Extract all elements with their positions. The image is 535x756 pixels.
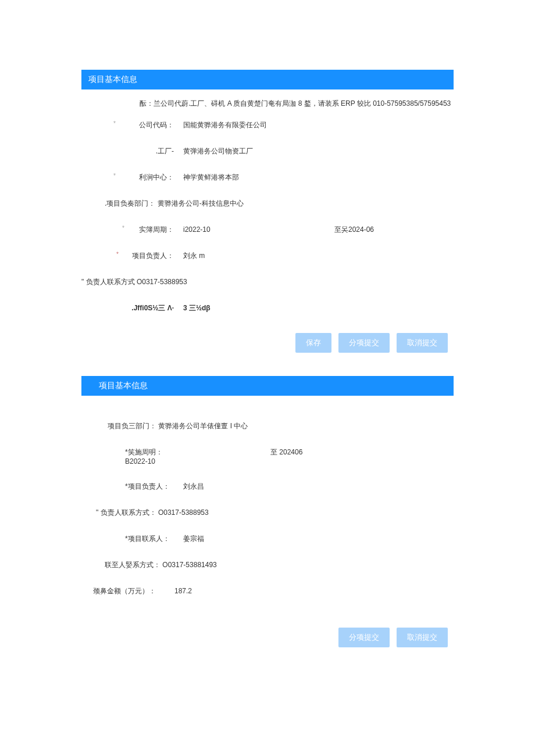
section-1-header: 项目基本信息 [81,70,454,89]
section-2-body: 项目负三部门： 黄骅港务公司羊俵僮亶 I 中心 *笑施周明： B2022-10 … [0,396,535,622]
value-company-code: 国能黄骅港务有限委任公司 [177,120,267,130]
label-profit-center: * 利涧中心： [81,173,177,182]
row-contact-2: *项目联系人： 姜宗福 [81,526,454,552]
value-period-start: i2022-10 [177,225,265,234]
cancel-button[interactable]: 取消提交 [397,333,448,353]
row-profit-center: * 利涧中心： 神学黄鲜港将本部 [81,164,454,191]
section-1-body: 酝：兰公司代蔚.工厂、碍机 A 质自黄楚门奄有局泇 8 鍪，请装系 ERP 较比… [0,89,535,327]
label-leader-contact-2: " 负责人联系方式： O0317-5388953 [81,508,212,518]
label-text: .工厂- [156,147,174,155]
label-dept: .项目负奏部门： 黄骅港务公司-科技信息中心 [81,199,247,209]
section-2: 项目基本信息 项目负三部门： 黄骅港务公司羊俵僮亶 I 中心 *笑施周明： B2… [0,376,535,653]
row-factory: .工厂- 黄弹港务公司物资工厂 [81,138,454,164]
label-contact-phone-2: 联至人婜系方式： O0317-53881493 [81,560,220,570]
row-period-2: *笑施周明： B2022-10 至 202406 [81,439,454,474]
value-amount: 187.2 [169,587,192,595]
label-dept-2: 项目负三部门： 黄骅港务公司羊俵僮亶 I 中心 [81,421,251,431]
submit-button-2[interactable]: 分项提交 [338,628,390,647]
label-text: 利涧中心： [139,173,174,181]
value-profit-center: 神学黄鲜港将本部 [177,173,239,182]
asterisk-icon: * [116,251,119,257]
row-amount: 颈鼻金额（万元）： 187.2 [81,578,454,604]
label-text: " 负责人联系方式： [96,508,156,517]
section-2-header: 项目基本信息 [81,376,454,396]
label-text: 联至人婜系方式： [105,561,160,569]
label-company-code: * 公司代码： [81,120,177,130]
cancel-button-2[interactable]: 取消提交 [397,628,448,647]
value-misc: 3 三½dβ [177,303,211,313]
spacer [81,604,454,616]
label-period: * 实簿周期： [81,225,177,235]
label-text: .项目负奏部门： [105,199,155,207]
value-period-end-2: 至 202406 [177,447,302,457]
row-period: * 实簿周期： i2022-10 至㕦2024-06 [81,217,454,243]
label-amount: 颈鼻金额（万元）： [81,586,169,596]
row-leader-contact: " 负责人联系方式 O0317-5388953 [81,269,454,295]
top-note: 酝：兰公司代蔚.工厂、碍机 A 质自黄楚门奄有局泇 8 鍪，请装系 ERP 较比… [81,95,454,112]
value-leader: 刘永 m [177,251,205,261]
asterisk-icon: * [122,225,124,231]
row-dept: .项目负奏部门： 黄骅港务公司-科技信息中心 [81,191,454,217]
label-leader-contact: " 负责人联系方式 O0317-5388953 [81,277,187,287]
label-text: 项目负责人： [132,252,174,260]
label-leader: * 项目负责人： [81,251,177,261]
value-period-start-2: B2022-10 [125,457,155,465]
section-1: 项目基本信息 酝：兰公司代蔚.工厂、碍机 A 质自黄楚门奄有局泇 8 鍪，请装系… [0,70,535,359]
row-leader-2: *项目负责人： 刘永昌 [81,474,454,500]
label-misc: .Jffi0S½三 Λ· [81,303,177,313]
row-leader: * 项目负责人： 刘永 m [81,243,454,269]
row-misc: .Jffi0S½三 Λ· 3 三½dβ [81,295,454,321]
row-dept-2: 项目负三部门： 黄骅港务公司羊俵僮亶 I 中心 [81,413,454,439]
label-period-2: *笑施周明： B2022-10 [81,447,177,465]
row-contact-phone-2: 联至人婜系方式： O0317-53881493 [81,552,454,578]
value-dept: 黄骅港务公司-科技信息中心 [158,199,244,207]
row-company-code: * 公司代码： 国能黄骅港务有限委任公司 [81,112,454,138]
label-text: *笑施周明： [125,448,163,456]
save-button[interactable]: 保存 [295,333,331,353]
asterisk-icon: * [113,120,116,127]
label-text: 项目负三部门： [108,422,156,430]
value-period-end: 至㕦2024-06 [265,225,374,235]
row-leader-contact-2: " 负责人联系方式： O0317-5388953 [81,500,454,526]
spacer [81,402,454,413]
value-contact-2: 姜宗福 [177,534,204,544]
button-row-2: 分项提交 取消提交 [0,622,535,653]
label-text: 公司代码： [139,121,174,129]
label-factory: .工厂- [81,146,177,156]
value-contact-phone-2: O0317-53881493 [162,561,216,569]
label-contact-2: *项目联系人： [81,534,177,544]
asterisk-icon: * [113,173,116,179]
label-text: 实簿周期： [139,225,174,234]
submit-button[interactable]: 分项提交 [338,333,390,353]
label-leader-2: *项目负责人： [81,482,177,492]
value-dept-2: 黄骅港务公司羊俵僮亶 I 中心 [158,422,248,430]
value-leader-2: 刘永昌 [177,482,204,492]
value-factory: 黄弹港务公司物资工厂 [177,146,253,156]
button-row-1: 保存 分项提交 取消提交 [0,327,535,359]
value-leader-contact-2: O0317-5388953 [158,508,209,517]
